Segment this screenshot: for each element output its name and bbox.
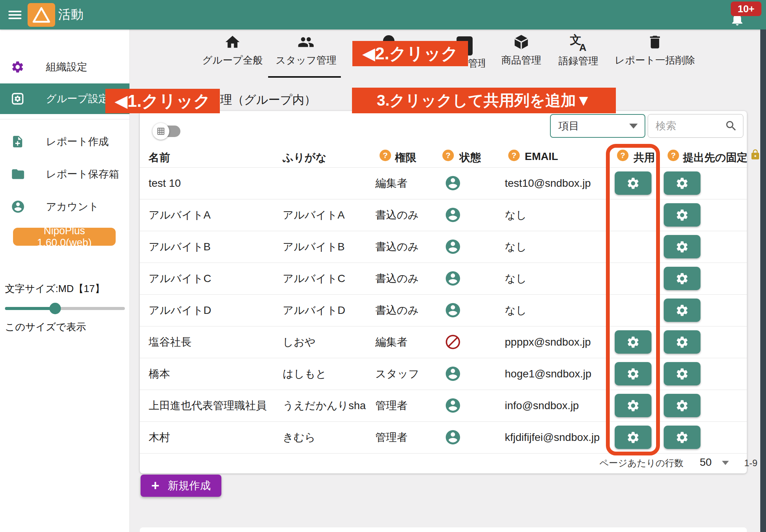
cell-permission: スタッフ [375, 358, 419, 390]
filter-field-select[interactable]: 項目 [550, 114, 645, 138]
tab-label: 商品管理 [501, 54, 541, 67]
tab-staff-management[interactable]: スタッフ管理 [276, 34, 336, 67]
column-header-status[interactable]: 状態 [460, 150, 481, 165]
cell-furigana: アルバイトC [283, 263, 345, 294]
cell-furigana: アルバイトD [283, 294, 345, 326]
fixed-destination-settings-button[interactable] [664, 171, 701, 195]
cell-permission: 書込のみ [375, 231, 419, 263]
cell-name: test 10 [149, 167, 181, 199]
version-button[interactable]: NipoPlus 1.60.0(web) [13, 228, 116, 246]
cell-email: info@sndbox.jp [505, 390, 579, 421]
cell-permission: 編集者 [375, 167, 408, 199]
grid-view-toggle-thumb[interactable] [152, 123, 169, 140]
cell-furigana: しおや [283, 326, 316, 358]
notification-badge: 10+ [731, 2, 761, 16]
hamburger-icon [8, 14, 21, 16]
lock-icon [750, 149, 761, 160]
app-window: 活動 10+ 組織設定 グループ設定 レポート作成 レポート保存箱 [0, 0, 766, 532]
chevron-down-icon[interactable] [722, 461, 729, 465]
grid-icon [157, 127, 165, 135]
note-add-icon [11, 135, 25, 149]
help-icon[interactable]: ? [668, 150, 679, 161]
fixed-destination-settings-button[interactable] [664, 362, 701, 385]
font-size-slider-fill [5, 307, 55, 310]
column-header-email[interactable]: EMAIL [525, 150, 558, 163]
app-header: 活動 10+ [0, 0, 766, 29]
cell-furigana: うえだかんりsha [283, 390, 366, 421]
column-header-name[interactable]: 名前 [149, 150, 170, 165]
package-icon [513, 34, 530, 51]
cell-permission: 編集者 [375, 326, 408, 358]
cell-name: 上田進也代表管理職社員 [149, 390, 267, 421]
tab-label: グループ全般 [202, 54, 263, 67]
status-active-icon [444, 238, 462, 255]
person-circle-icon [11, 199, 25, 214]
sidebar-item-label: レポート作成 [46, 135, 109, 149]
app-logo[interactable] [28, 3, 55, 27]
filter-field-label: 項目 [558, 119, 579, 133]
help-icon[interactable]: ? [442, 150, 454, 161]
fixed-destination-settings-button[interactable] [664, 235, 701, 258]
hamburger-icon [8, 18, 21, 19]
trash-icon [647, 34, 663, 51]
sidebar-item-account[interactable]: アカウント [0, 191, 129, 222]
triangle-logo-icon [31, 6, 51, 24]
table-footer: ページあたりの行数 50 1-9 ／ 9 [140, 453, 747, 473]
sidebar-item-org-settings[interactable]: 組織設定 [0, 52, 129, 82]
sidebar-item-label: 組織設定 [46, 60, 87, 74]
font-size-slider-thumb[interactable] [49, 303, 61, 314]
tab-report-bulk-delete[interactable]: レポート一括削除 [615, 34, 695, 67]
tab-group-general[interactable]: グループ全般 [202, 34, 263, 67]
fixed-destination-settings-button[interactable] [664, 299, 701, 322]
hidden-tab-label-fragment[interactable]: 管理 [468, 57, 485, 70]
hamburger-icon [8, 11, 21, 12]
people-icon [298, 34, 314, 51]
cell-permission: 書込のみ [375, 263, 419, 294]
rows-per-page-value[interactable]: 50 [700, 456, 712, 468]
fixed-destination-settings-button[interactable] [664, 394, 701, 417]
tab-glossary-management[interactable]: 文 A 語録管理 [558, 34, 598, 68]
fixed-destination-settings-button[interactable] [664, 267, 701, 290]
column-header-fixed-destination[interactable]: 提出先の固定 [683, 150, 748, 165]
cell-name: アルバイトB [149, 231, 211, 263]
cell-name: 塩谷社長 [149, 326, 192, 358]
help-icon[interactable]: ? [508, 150, 520, 161]
help-icon[interactable]: ? [380, 150, 391, 161]
create-new-button[interactable]: + 新規作成 [141, 475, 221, 497]
tab-label: 語録管理 [558, 54, 598, 68]
cell-email: なし [505, 294, 527, 326]
page-title: 理（グループ内） [220, 92, 316, 108]
cell-name: 橋本 [149, 358, 170, 390]
status-active-icon [444, 397, 462, 414]
fixed-destination-settings-button[interactable] [664, 330, 701, 354]
fixed-destination-settings-button[interactable] [664, 426, 701, 449]
active-tab-underline [268, 76, 341, 78]
create-new-label: 新規作成 [168, 478, 211, 493]
cell-email: kfjdifijfei@sndbox.jp [505, 421, 600, 453]
search-box [648, 114, 743, 138]
search-icon[interactable] [725, 119, 738, 132]
cell-email: なし [505, 263, 527, 294]
sidebar-item-report-box[interactable]: レポート保存箱 [0, 159, 129, 189]
annotation-step1: ◀1.クリック [105, 89, 220, 113]
tab-product-management[interactable]: 商品管理 [501, 34, 541, 67]
column-header-furigana[interactable]: ふりがな [283, 150, 327, 165]
cell-permission: 管理者 [375, 421, 408, 453]
cell-email: なし [505, 199, 527, 231]
sidebar-item-label: アカウント [46, 200, 99, 214]
chevron-down-icon [629, 124, 638, 129]
translate-icon: 文 A [570, 34, 587, 51]
sidebar-item-report-create[interactable]: レポート作成 [0, 126, 129, 157]
cell-email: hoge1@sndbox.jp [505, 358, 591, 390]
cell-furigana: はしもと [283, 358, 327, 390]
menu-button[interactable] [0, 0, 30, 29]
column-header-permission[interactable]: 権限 [395, 150, 416, 165]
sidebar-item-label: レポート保存箱 [46, 167, 119, 181]
cell-permission: 書込のみ [375, 294, 419, 326]
status-active-icon [444, 365, 462, 382]
search-input[interactable] [655, 120, 718, 132]
scrollbar[interactable] [760, 29, 766, 532]
fixed-destination-settings-button[interactable] [664, 203, 701, 227]
tab-label: レポート一括削除 [615, 54, 695, 67]
home-icon [224, 34, 241, 51]
